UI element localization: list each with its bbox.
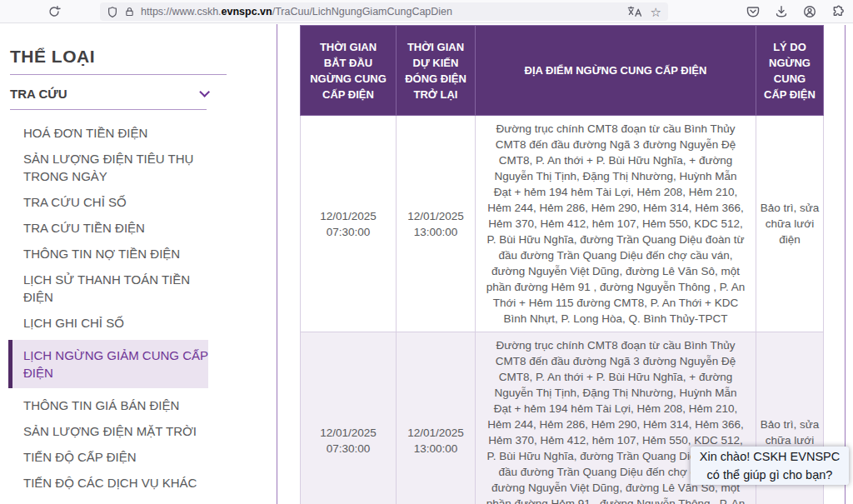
shield-icon[interactable] [107, 6, 118, 18]
table-row: 12/01/2025 07:30:00 12/01/2025 13:00:00 … [301, 116, 824, 332]
sidebar-item-lich-su-thanh-toan[interactable]: LỊCH SỬ THANH TOÁN TIỀN ĐIỆN [0, 271, 218, 306]
address-bar[interactable]: https://www.cskh.evnspc.vn/TraCuu/LichNg… [100, 2, 668, 21]
sidebar-divider [10, 109, 207, 110]
sidebar-item-lich-ghi-chi-so[interactable]: LỊCH GHI CHỈ SỐ [0, 314, 218, 332]
category-sidebar: THỂ LOẠI TRA CỨU HOÁ ĐƠN TIỀN ĐIỆN SẢN L… [0, 24, 277, 504]
lock-icon[interactable] [124, 6, 135, 17]
location-cell: Đường trục chính CMT8 đoạn từ cầu Bình T… [476, 116, 756, 332]
restore-time-cell: 12/01/2025 13:00:00 [397, 116, 476, 332]
sidebar-item-hoa-don-tien-dien[interactable]: HOÁ ĐƠN TIỀN ĐIỆN [0, 124, 218, 142]
sidebar-item-san-luong-dien-tieu-thu[interactable]: SẢN LƯỢNG ĐIỆN TIÊU THỤ TRONG NGÀY [0, 150, 218, 185]
header-restore-time: THỜI GIAN DỰ KIẾN ĐÓNG ĐIỆN TRỞ LẠI [397, 26, 476, 116]
download-icon[interactable] [775, 5, 788, 18]
outage-schedule-table: THỜI GIAN BẮT ĐẦU NGỪNG CUNG CẤP ĐIỆN TH… [300, 25, 824, 504]
sidebar-item-tra-cuu-chi-so[interactable]: TRA CỨU CHỈ SỐ [0, 193, 218, 211]
sidebar-menu: HOÁ ĐƠN TIỀN ĐIỆN SẢN LƯỢNG ĐIỆN TIÊU TH… [0, 124, 277, 492]
sidebar-item-tien-do-cac-dich-vu-khac[interactable]: TIẾN ĐỘ CÁC DỊCH VỤ KHÁC [0, 474, 218, 492]
bookmark-star-icon[interactable]: ☆ [651, 6, 661, 18]
reason-cell: Bảo trì, sửa chữa lưới điện [756, 116, 824, 332]
sidebar-item-thong-tin-no-tien-dien[interactable]: THÔNG TIN NỢ TIỀN ĐIỆN [0, 245, 218, 262]
sidebar-item-thong-tin-gia-ban-dien[interactable]: THÔNG TIN GIÁ BÁN ĐIỆN [0, 397, 218, 414]
browser-toolbar: https://www.cskh.evnspc.vn/TraCuu/LichNg… [0, 0, 853, 23]
sidebar-divider [10, 74, 227, 75]
sidebar-heading: THỂ LOẠI [10, 47, 277, 67]
pocket-icon[interactable] [746, 5, 760, 18]
header-location: ĐỊA ĐIỂM NGỪNG CUNG CẤP ĐIỆN [476, 26, 756, 116]
account-icon[interactable] [803, 5, 816, 18]
table-header-row: THỜI GIAN BẮT ĐẦU NGỪNG CUNG CẤP ĐIỆN TH… [301, 26, 824, 116]
content-right-border [845, 25, 846, 504]
url-text[interactable]: https://www.cskh.evnspc.vn/TraCuu/LichNg… [141, 6, 452, 17]
url-domain: evnspc.vn [222, 6, 272, 17]
sidebar-item-san-luong-dien-mat-troi[interactable]: SẢN LƯỢNG ĐIỆN MẶT TRỜI [0, 422, 218, 440]
toolbar-right-icons [746, 0, 845, 23]
header-reason: LÝ DO NGỪNG CUNG CẤP ĐIỆN [756, 26, 824, 116]
restore-time-cell: 12/01/2025 13:00:00 [397, 332, 476, 504]
reload-button[interactable] [44, 2, 64, 21]
url-prefix: https://www.cskh. [141, 6, 222, 17]
sidebar-section-label: TRA CỨU [10, 87, 67, 101]
sidebar-section-tra-cuu[interactable]: TRA CỨU [10, 87, 207, 101]
url-path: /TraCuu/LichNgungGiamCungCapDien [272, 6, 452, 17]
chat-greeting-text: Xin chào! CSKH EVNSPC có thể giúp gì cho… [696, 447, 844, 484]
chevron-down-icon [199, 87, 210, 97]
reload-icon [47, 5, 61, 18]
sidebar-item-tra-cuu-tien-dien[interactable]: TRA CỨU TIỀN ĐIỆN [0, 219, 218, 237]
start-time-cell: 12/01/2025 07:30:00 [301, 116, 397, 332]
translate-icon[interactable] [627, 6, 641, 17]
sidebar-item-lich-ngung-giam-cung-cap-dien[interactable]: LỊCH NGỪNG GIẢM CUNG CẤP ĐIỆN [8, 340, 208, 388]
sidebar-item-tien-do-cap-dien[interactable]: TIẾN ĐỘ CẤP ĐIỆN [0, 448, 218, 466]
chat-greeting-bubble[interactable]: Xin chào! CSKH EVNSPC có thể giúp gì cho… [691, 447, 849, 485]
header-start-time: THỜI GIAN BẮT ĐẦU NGỪNG CUNG CẤP ĐIỆN [301, 26, 397, 116]
extensions-puzzle-icon[interactable] [831, 5, 845, 18]
start-time-cell: 12/01/2025 07:30:00 [301, 332, 397, 504]
